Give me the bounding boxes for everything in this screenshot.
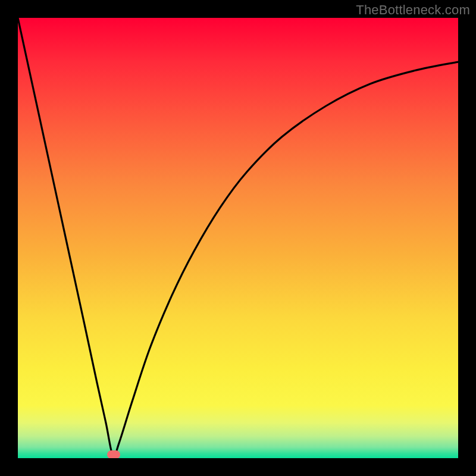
- curve-layer: [18, 18, 458, 458]
- plot-area: [18, 18, 458, 458]
- bottleneck-curve: [18, 18, 458, 457]
- chart-frame: TheBottleneck.com: [0, 0, 476, 476]
- optimum-marker: [107, 450, 120, 458]
- attribution-label: TheBottleneck.com: [356, 2, 470, 18]
